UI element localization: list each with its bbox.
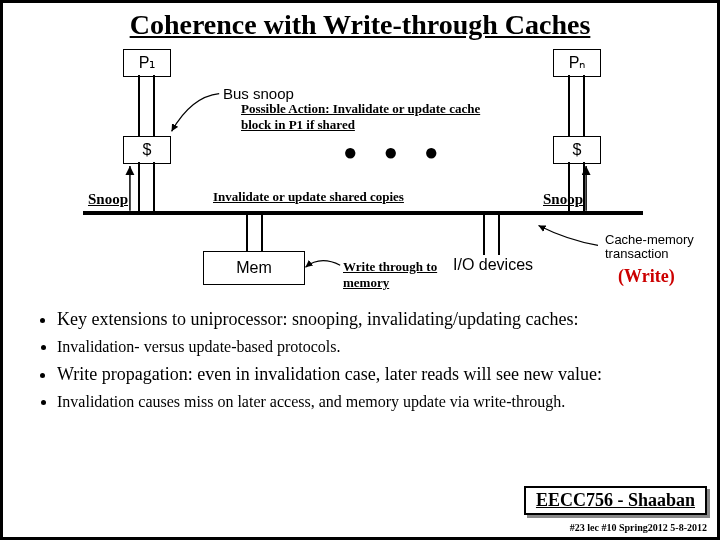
bullet-2: Write propagation: even in invalidation …: [57, 364, 687, 385]
link-p1-cache1b: [153, 75, 155, 136]
snoop-label-1: Snoop: [88, 191, 128, 208]
bullet-1a: Invalidation- versus update-based protoc…: [57, 338, 687, 356]
link-p1-cache1: [138, 75, 140, 136]
footer-course-box: EECC756 - Shaaban: [524, 486, 707, 515]
link-pn-cachen: [568, 75, 570, 136]
link-pn-cachenb: [583, 75, 585, 136]
link-cache1-busb: [153, 162, 155, 212]
link-cachen-bus: [568, 162, 570, 212]
link-io-busb: [498, 215, 500, 255]
bus-snoop-label: Bus snoop: [223, 85, 294, 102]
write-annotation: (Write): [618, 266, 675, 287]
io-devices-label: I/O devices: [453, 256, 533, 274]
link-cache1-bus: [138, 162, 140, 212]
link-io-bus: [483, 215, 485, 255]
write-through-annot: Write through to memory: [343, 259, 453, 290]
bus-bar: [83, 211, 643, 215]
bullet-2a: Invalidation causes miss on later access…: [57, 393, 687, 411]
diagram-area: P₁ Pₙ $ $ Mem I/O devices ● ● ● Bus snoo…: [3, 41, 717, 301]
cache-memory-transaction-label: Cache-memory transaction: [605, 233, 717, 262]
memory-box: Mem: [203, 251, 305, 285]
cache-1-box: $: [123, 136, 171, 164]
slide: Coherence with Write-through Caches P₁ P…: [0, 0, 720, 540]
snoop-label-2: Snoop: [543, 191, 583, 208]
link-mem-bus: [246, 215, 248, 251]
processor-1-box: P₁: [123, 49, 171, 77]
ellipsis-dots: ● ● ●: [343, 139, 449, 166]
footer-meta: #23 lec #10 Spring2012 5-8-2012: [570, 522, 707, 533]
bullet-section: Key extensions to uniprocessor: snooping…: [3, 301, 717, 411]
bullet-1: Key extensions to uniprocessor: snooping…: [57, 309, 687, 330]
invalidate-shared-annot: Invalidate or update shared copies: [213, 189, 443, 205]
processor-n-box: Pₙ: [553, 49, 601, 77]
link-cachen-busb: [583, 162, 585, 212]
slide-title: Coherence with Write-through Caches: [3, 9, 717, 41]
link-mem-busb: [261, 215, 263, 251]
cache-n-box: $: [553, 136, 601, 164]
possible-action-annot: Possible Action: Invalidate or update ca…: [241, 101, 491, 132]
